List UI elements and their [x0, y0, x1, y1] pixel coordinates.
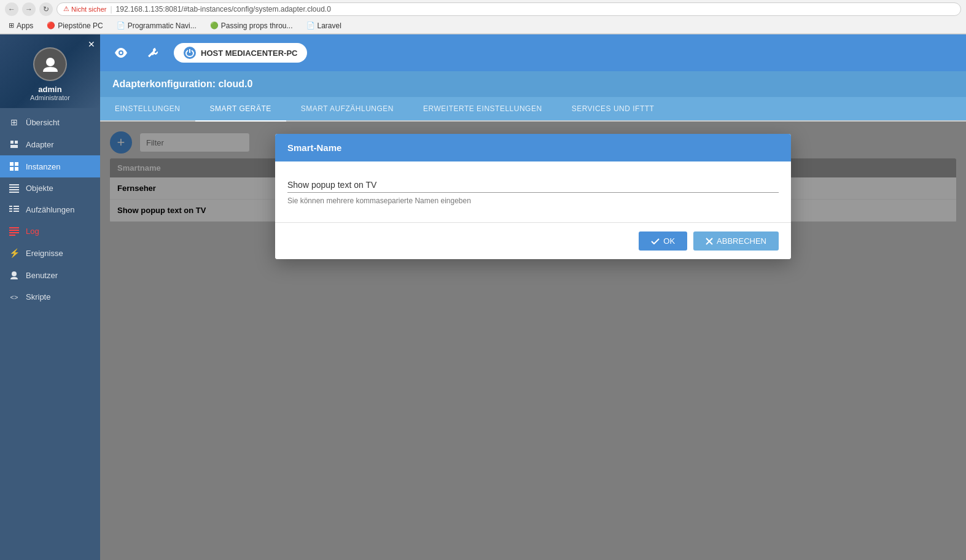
ok-button[interactable]: OK — [639, 231, 687, 251]
tab-smart-gerate[interactable]: SMART GERÄTE — [195, 97, 286, 122]
bookmark-4[interactable]: 📄Laravel — [303, 20, 345, 31]
svg-rect-3 — [10, 145, 18, 148]
bookmark-icon-1: 🔴 — [47, 21, 55, 29]
modal-dialog: Smart-Name Show popup text on TV Sie kön… — [275, 134, 791, 259]
sidebar-item-ubersicht[interactable]: ⊞ Übersicht — [0, 111, 100, 133]
host-label: HOST MEDIACENTER-PC — [201, 49, 297, 58]
ereignisse-icon: ⚡ — [9, 248, 20, 258]
sidebar-item-ereignisse[interactable]: ⚡ Ereignisse — [0, 242, 100, 264]
svg-rect-11 — [9, 192, 19, 193]
wrench-icon[interactable] — [142, 42, 164, 64]
sidebar-item-log[interactable]: Log — [0, 220, 100, 242]
svg-rect-20 — [9, 232, 19, 233]
not-secure-badge: ⚠ Nicht sicher — [63, 5, 106, 13]
content-area: + Smartname be Fernseher Show popup text… — [100, 122, 966, 560]
bookmark-icon-4: 📄 — [306, 21, 315, 29]
svg-rect-9 — [9, 187, 19, 188]
app-container: ✕ admin Administrator ⊞ Übersicht Adapte… — [0, 34, 966, 560]
svg-rect-8 — [9, 184, 19, 185]
main-content: HOST MEDIACENTER-PC Adapterkonfiguration… — [100, 34, 966, 560]
svg-rect-21 — [9, 235, 15, 236]
address-bar[interactable]: ⚠ Nicht sicher | 192.168.1.135:8081/#tab… — [56, 2, 961, 16]
sidebar: ✕ admin Administrator ⊞ Übersicht Adapte… — [0, 34, 100, 560]
bookmark-3[interactable]: 🟢Passing props throu... — [206, 20, 297, 31]
svg-point-24 — [120, 52, 122, 54]
svg-rect-18 — [9, 227, 19, 228]
modal-title: Smart-Name — [287, 142, 341, 153]
sidebar-item-skripte[interactable]: <> Skripte — [0, 286, 100, 308]
cancel-button[interactable]: ABBRECHEN — [693, 231, 779, 251]
power-icon — [184, 47, 196, 59]
bookmark-icon-0: ⊞ — [9, 21, 14, 29]
skripte-icon: <> — [9, 294, 20, 301]
benutzer-icon — [9, 270, 20, 280]
address-text: 192.168.1.135:8081/#tab-instances/config… — [116, 5, 331, 14]
bookmark-icon-2: 📄 — [117, 21, 125, 29]
modal-header: Smart-Name — [275, 134, 791, 161]
page-header: Adapterkonfiguration: cloud.0 — [100, 71, 966, 97]
sidebar-item-instanzen[interactable]: Instanzen — [0, 155, 100, 177]
svg-rect-15 — [14, 208, 19, 209]
aufzahlungen-icon — [9, 206, 20, 214]
tab-erweiterte-einstellungen[interactable]: ERWEITERTE EINSTELLUNGEN — [408, 97, 557, 122]
tab-smart-aufzahlungen[interactable]: SMART AUFZÄHLUNGEN — [286, 97, 408, 122]
bookmark-2[interactable]: 📄Programmatic Navi... — [113, 20, 200, 31]
svg-rect-4 — [10, 162, 14, 166]
tab-einstellungen[interactable]: EINSTELLUNGEN — [100, 97, 195, 122]
top-bar: HOST MEDIACENTER-PC — [100, 34, 966, 71]
sidebar-role: Administrator — [30, 94, 70, 101]
sidebar-item-adapter[interactable]: Adapter — [0, 133, 100, 155]
objekte-icon — [9, 184, 20, 193]
svg-rect-12 — [9, 206, 12, 207]
reload-button[interactable]: ↻ — [39, 2, 53, 16]
svg-rect-17 — [14, 211, 19, 212]
bookmark-icon-3: 🟢 — [210, 21, 219, 29]
svg-rect-1 — [10, 141, 14, 144]
sidebar-header: ✕ admin Administrator — [0, 34, 100, 108]
svg-rect-5 — [15, 162, 18, 166]
modal-hint: Sie können mehrere kommaseparierte Namen… — [287, 196, 779, 205]
ok-label: OK — [663, 236, 675, 246]
modal-overlay: Smart-Name Show popup text on TV Sie kön… — [100, 122, 966, 560]
page-title: Adapterkonfiguration: cloud.0 — [112, 79, 252, 89]
log-icon — [9, 227, 20, 236]
svg-rect-10 — [9, 189, 19, 190]
avatar — [33, 47, 67, 81]
grid-icon: ⊞ — [9, 117, 20, 127]
warning-icon: ⚠ — [63, 5, 69, 13]
bookmarks-bar: ⊞Apps🔴Piepstöne PC📄Programmatic Navi...🟢… — [0, 18, 966, 34]
adapter-icon — [9, 139, 20, 149]
svg-rect-7 — [15, 167, 18, 171]
sidebar-username: admin — [38, 85, 61, 94]
svg-rect-6 — [10, 167, 14, 171]
address-separator: | — [110, 5, 112, 14]
instanzen-icon — [9, 161, 20, 171]
modal-body: Show popup text on TV Sie können mehrere… — [275, 161, 791, 222]
sidebar-item-objekte[interactable]: Objekte — [0, 177, 100, 199]
tabs: EINSTELLUNGEN SMART GERÄTE SMART AUFZÄHL… — [100, 97, 966, 122]
modal-field: Show popup text on TV Sie können mehrere… — [287, 180, 779, 205]
sidebar-item-aufzahlungen[interactable]: Aufzählungen — [0, 199, 100, 220]
svg-rect-14 — [9, 208, 12, 209]
eye-icon[interactable] — [110, 42, 132, 64]
cancel-label: ABBRECHEN — [717, 236, 766, 246]
browser-chrome: ← → ↻ ⚠ Nicht sicher | 192.168.1.135:808… — [0, 0, 966, 34]
svg-point-0 — [46, 58, 55, 66]
host-badge[interactable]: HOST MEDIACENTER-PC — [174, 43, 307, 63]
sidebar-item-benutzer[interactable]: Benutzer — [0, 264, 100, 286]
bookmark-0[interactable]: ⊞Apps — [5, 20, 37, 31]
smart-name-input[interactable]: Show popup text on TV — [287, 180, 779, 193]
svg-point-22 — [12, 271, 17, 276]
sidebar-close-button[interactable]: ✕ — [88, 39, 95, 49]
tab-services-ifttt[interactable]: SERVICES UND IFTTT — [557, 97, 669, 122]
smart-name-value: Show popup text on TV — [287, 180, 376, 190]
svg-rect-19 — [9, 230, 19, 231]
sidebar-nav: ⊞ Übersicht Adapter Instanzen Objekte — [0, 108, 100, 560]
forward-button[interactable]: → — [22, 2, 36, 16]
svg-rect-16 — [9, 211, 12, 212]
svg-rect-2 — [15, 141, 18, 144]
back-button[interactable]: ← — [5, 2, 18, 16]
modal-footer: OK ABBRECHEN — [275, 222, 791, 259]
bookmark-1[interactable]: 🔴Piepstöne PC — [43, 20, 106, 31]
svg-rect-13 — [14, 206, 19, 207]
